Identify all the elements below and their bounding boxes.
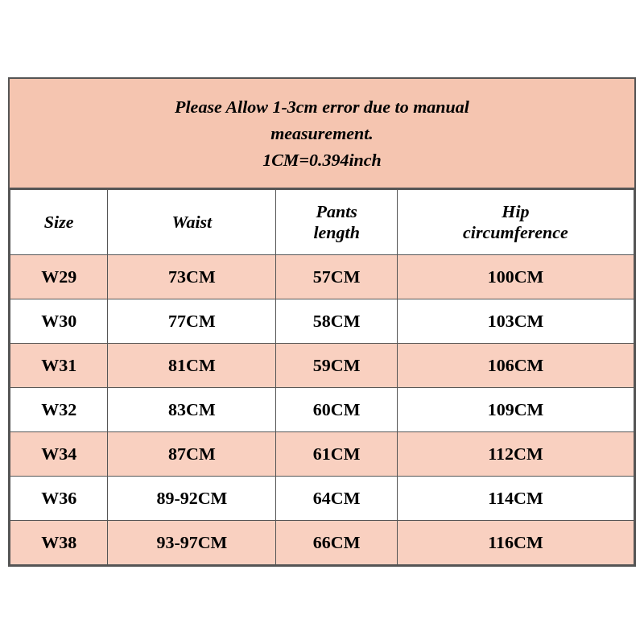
table-cell-1-0: W30 (10, 299, 108, 344)
notice-line2: measurement. (270, 123, 374, 143)
table-cell-4-2: 61CM (276, 432, 398, 477)
table-cell-1-2: 58CM (276, 299, 398, 344)
table-cell-3-2: 60CM (276, 388, 398, 432)
table-cell-2-3: 106CM (397, 344, 634, 388)
table-cell-6-0: W38 (10, 521, 108, 565)
table-row: W3689-92CM64CM114CM (10, 477, 634, 521)
table-row: W3893-97CM66CM116CM (10, 521, 634, 565)
table-cell-2-2: 59CM (276, 344, 398, 388)
table-cell-1-1: 77CM (108, 299, 276, 344)
table-row: W3283CM60CM109CM (10, 388, 634, 432)
table-cell-5-2: 64CM (276, 477, 398, 521)
table-cell-5-3: 114CM (397, 477, 634, 521)
table-cell-5-0: W36 (10, 477, 108, 521)
table-cell-3-3: 109CM (397, 388, 634, 432)
table-cell-6-3: 116CM (397, 521, 634, 565)
table-row: W3487CM61CM112CM (10, 432, 634, 477)
table-cell-0-3: 100CM (397, 255, 634, 299)
col-header-waist: Waist (108, 190, 276, 255)
notice-line1: Please Allow 1-3cm error due to manual (175, 97, 469, 117)
table-cell-0-2: 57CM (276, 255, 398, 299)
table-cell-4-3: 112CM (397, 432, 634, 477)
col-header-hip: Hipcircumference (397, 190, 634, 255)
notice-line3: 1CM=0.394inch (262, 150, 382, 170)
table-cell-0-0: W29 (10, 255, 108, 299)
table-cell-6-2: 66CM (276, 521, 398, 565)
notice-text: Please Allow 1-3cm error due to manual m… (10, 79, 634, 189)
size-chart-container: Please Allow 1-3cm error due to manual m… (8, 77, 636, 567)
table-cell-2-1: 81CM (108, 344, 276, 388)
table-cell-4-0: W34 (10, 432, 108, 477)
table-cell-2-0: W31 (10, 344, 108, 388)
size-table: Size Waist Pantslength Hipcircumference … (10, 189, 634, 565)
table-row: W3181CM59CM106CM (10, 344, 634, 388)
table-cell-3-1: 83CM (108, 388, 276, 432)
table-row: W2973CM57CM100CM (10, 255, 634, 299)
table-cell-3-0: W32 (10, 388, 108, 432)
table-header-row: Size Waist Pantslength Hipcircumference (10, 190, 634, 255)
table-cell-5-1: 89-92CM (108, 477, 276, 521)
col-header-size: Size (10, 190, 108, 255)
table-cell-6-1: 93-97CM (108, 521, 276, 565)
table-row: W3077CM58CM103CM (10, 299, 634, 344)
col-header-pants-length: Pantslength (276, 190, 398, 255)
table-cell-1-3: 103CM (397, 299, 634, 344)
table-cell-0-1: 73CM (108, 255, 276, 299)
table-cell-4-1: 87CM (108, 432, 276, 477)
